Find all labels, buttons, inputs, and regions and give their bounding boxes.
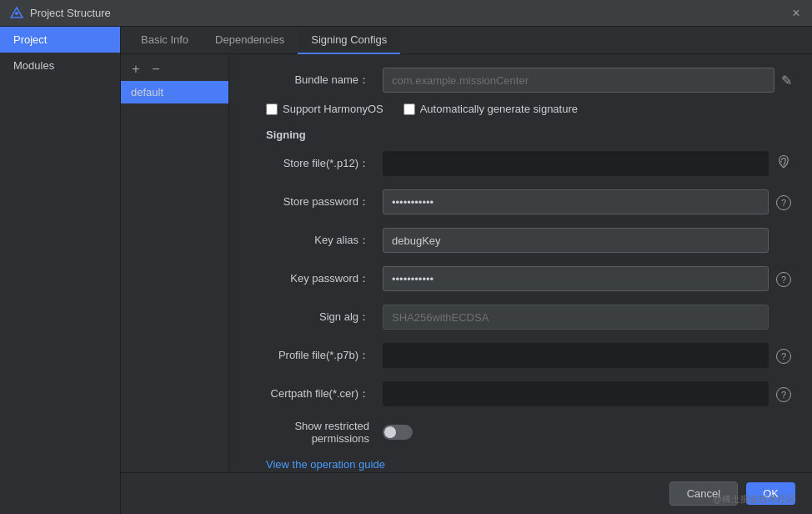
app-icon [10,7,23,20]
store-file-input[interactable] [383,151,769,176]
restricted-permissions-toggle[interactable] [383,425,413,440]
add-config-button[interactable]: + [128,61,144,78]
bottom-bar: Cancel OK [121,472,812,514]
operation-guide-row: View the operation guide [249,458,792,471]
certpath-file-input-wrap [383,381,769,406]
profile-file-input[interactable] [383,343,769,368]
store-password-row: Store password： ? [249,189,792,214]
profile-file-input-wrap [383,343,769,368]
signing-section-title: Signing [266,128,792,141]
store-password-help-icon[interactable]: ? [775,194,792,210]
profile-file-row: Profile file(*.p7b)： ? [249,343,792,368]
support-harmonyos-checkbox[interactable] [266,103,278,115]
auto-signature-text: Automatically generate signature [420,103,578,115]
store-password-input[interactable] [383,189,769,214]
bundle-name-label: Bundle name： [249,73,383,88]
config-list-toolbar: + − [121,58,228,81]
sign-alg-input-wrap [383,305,769,330]
sign-alg-row: Sign alg： [249,305,792,330]
sidebar-item-project[interactable]: Project [0,27,120,53]
store-file-row: Store file(*.p12)： [249,151,792,176]
sidebar: Project Modules [0,27,121,514]
key-password-input[interactable] [383,266,769,291]
store-file-input-wrap [383,151,769,176]
auto-signature-label[interactable]: Automatically generate signature [403,103,578,115]
close-button[interactable]: × [790,8,802,19]
sidebar-item-modules[interactable]: Modules [0,53,120,78]
content-area: Basic Info Dependencies Signing Configs … [121,27,812,514]
certpath-file-label: Certpath file(*.cer)： [249,386,383,401]
store-password-label: Store password： [249,194,383,209]
support-harmonyos-text: Support HarmonyOS [283,103,383,115]
key-password-input-wrap [383,266,769,291]
key-alias-row: Key alias： [249,228,792,253]
support-harmonyos-label[interactable]: Support HarmonyOS [266,103,383,115]
question-icon-2: ? [776,272,791,287]
tab-signing-configs[interactable]: Signing Configs [298,27,400,54]
config-list: + − default [121,54,229,472]
certpath-help-icon[interactable]: ? [775,386,792,402]
key-alias-input[interactable] [383,228,769,253]
sign-alg-input [383,305,769,330]
remove-config-button[interactable]: − [148,61,164,78]
tabs-bar: Basic Info Dependencies Signing Configs [121,27,812,54]
profile-help-icon[interactable]: ? [775,348,792,364]
restricted-permissions-label: Show restricted permissions [249,420,383,445]
certpath-file-input[interactable] [383,381,769,406]
question-icon: ? [776,195,791,210]
toggle-slider [383,425,413,440]
restricted-permissions-toggle-wrap [383,425,792,440]
question-icon-4: ? [776,387,791,402]
key-password-row: Key password： ? [249,266,792,291]
auto-signature-checkbox[interactable] [403,103,415,115]
store-password-input-wrap [383,189,769,214]
tab-basic-info[interactable]: Basic Info [128,27,202,54]
tab-dependencies[interactable]: Dependencies [202,27,298,54]
config-list-item-default[interactable]: default [121,81,228,103]
bundle-name-input-wrap [383,68,774,93]
config-area: + − default Bundle name： ✎ [121,54,812,472]
key-password-label: Key password： [249,271,383,286]
title-text: Project Structure [30,7,790,19]
certpath-file-row: Certpath file(*.cer)： ? [249,381,792,406]
question-icon-3: ? [776,349,791,364]
restricted-permissions-row: Show restricted permissions [249,420,792,445]
form-area: Bundle name： ✎ Support HarmonyOS Automat… [229,54,812,472]
fingerprint-icon[interactable] [775,154,792,173]
svg-point-1 [15,12,18,15]
main-layout: Project Modules Basic Info Dependencies … [0,27,812,514]
signing-section: Signing Store file(*.p12)： [249,128,792,471]
checkbox-row: Support HarmonyOS Automatically generate… [266,103,792,115]
operation-guide-link[interactable]: View the operation guide [266,458,385,471]
bundle-name-row: Bundle name： ✎ [249,68,792,93]
title-bar: Project Structure × [0,0,812,27]
profile-file-label: Profile file(*.p7b)： [249,348,383,363]
sign-alg-label: Sign alg： [249,310,383,325]
key-alias-label: Key alias： [249,233,383,248]
watermark: @稀土掘金技术社区 [713,493,795,506]
store-file-label: Store file(*.p12)： [249,156,383,171]
key-alias-input-wrap [383,228,769,253]
bundle-name-input[interactable] [383,68,774,93]
key-password-help-icon[interactable]: ? [775,271,792,287]
bundle-name-edit-icon[interactable]: ✎ [781,73,792,88]
